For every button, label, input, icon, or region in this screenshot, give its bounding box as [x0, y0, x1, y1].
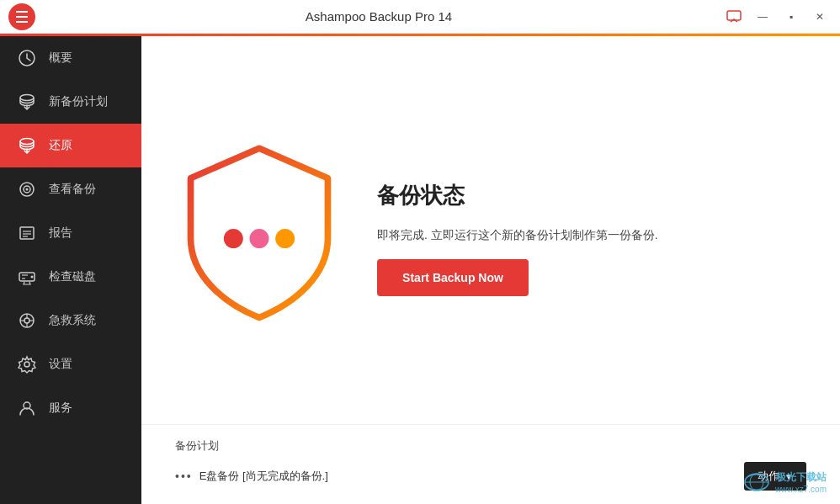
watermark-site: 极光下载站 www.xz7.com [775, 470, 827, 494]
sidebar-item-restore[interactable]: 还原 [0, 124, 141, 167]
sidebar-item-new-backup-label: 新备份计划 [49, 94, 108, 109]
sidebar-item-overview[interactable]: 概要 [0, 36, 141, 80]
backup-plan-section: 备份计划 ••• E盘备份 [尚无完成的备份.] 动作 ▼ [141, 424, 840, 504]
backup-plan-item: ••• E盘备份 [尚无完成的备份.] 动作 ▼ [175, 462, 806, 491]
view-backup-icon [17, 179, 37, 199]
svg-point-25 [275, 229, 295, 248]
title-bar: Ashampoo Backup Pro 14 — ▪ ✕ [0, 0, 840, 34]
svg-point-2 [20, 95, 34, 101]
sidebar-item-check-disk[interactable]: 检查磁盘 [0, 255, 141, 299]
minimize-button[interactable]: — [751, 8, 774, 26]
sidebar-item-overview-label: 概要 [49, 50, 72, 66]
sidebar-item-new-backup[interactable]: 新备份计划 [0, 80, 141, 124]
main-layout: 概要 新备份计划 还原 [0, 36, 840, 504]
svg-point-12 [31, 276, 34, 279]
start-backup-button[interactable]: Start Backup Now [377, 259, 529, 296]
svg-point-6 [26, 188, 29, 191]
maximize-button[interactable]: ▪ [779, 8, 803, 26]
watermark-url: www.xz7.com [775, 485, 827, 494]
sidebar-item-report-label: 报告 [49, 225, 72, 241]
backup-item-label: E盘备份 [尚无完成的备份.] [199, 469, 328, 484]
sidebar-item-view-backup[interactable]: 查看备份 [0, 167, 141, 211]
restore-icon [17, 135, 37, 156]
settings-icon [17, 354, 37, 374]
backup-plan-name: ••• E盘备份 [尚无完成的备份.] [175, 469, 328, 484]
hamburger-menu-icon[interactable] [8, 3, 35, 30]
check-disk-icon [17, 267, 37, 287]
svg-rect-7 [20, 227, 34, 239]
status-description: 即将完成. 立即运行这个新的备份计划制作第一份备份. [377, 225, 806, 244]
backup-item-dots-icon[interactable]: ••• [175, 470, 193, 483]
watermark-label: 极光下载站 [776, 470, 827, 485]
status-title: 备份状态 [377, 181, 806, 210]
shield-area [141, 117, 377, 344]
backup-plan-section-title: 备份计划 [175, 438, 806, 454]
status-area: 备份状态 即将完成. 立即运行这个新的备份计划制作第一份备份. Start Ba… [377, 164, 806, 296]
sidebar-item-settings-label: 设置 [49, 357, 72, 372]
sidebar-item-rescue-system[interactable]: 急救系统 [0, 299, 141, 342]
rescue-system-icon [17, 310, 37, 331]
svg-point-24 [250, 229, 269, 248]
shield-illustration [167, 134, 352, 327]
sidebar-item-restore-label: 还原 [49, 138, 72, 153]
sidebar-item-rescue-system-label: 急救系统 [49, 313, 96, 328]
window-controls: — ▪ ✕ [722, 8, 832, 26]
svg-point-16 [24, 318, 29, 323]
notification-icon[interactable] [722, 8, 746, 26]
app-title: Ashampoo Backup Pro 14 [35, 9, 722, 24]
svg-point-23 [224, 229, 243, 248]
new-backup-icon [17, 92, 37, 112]
sidebar-item-check-disk-label: 检查磁盘 [49, 269, 96, 284]
sidebar-item-view-backup-label: 查看备份 [49, 182, 96, 197]
top-section: 备份状态 即将完成. 立即运行这个新的备份计划制作第一份备份. Start Ba… [141, 36, 840, 424]
service-icon [17, 398, 37, 418]
svg-point-21 [24, 362, 29, 367]
sidebar-item-settings[interactable]: 设置 [0, 342, 141, 386]
overview-icon [17, 48, 37, 68]
sidebar: 概要 新备份计划 还原 [0, 36, 141, 504]
content-area: 备份状态 即将完成. 立即运行这个新的备份计划制作第一份备份. Start Ba… [141, 36, 840, 504]
sidebar-item-report[interactable]: 报告 [0, 211, 141, 255]
close-button[interactable]: ✕ [808, 8, 832, 26]
watermark-logo-icon [743, 470, 770, 494]
svg-point-3 [20, 139, 34, 145]
report-icon [17, 223, 37, 243]
title-bar-left [8, 3, 35, 30]
sidebar-item-service[interactable]: 服务 [0, 386, 141, 430]
sidebar-item-service-label: 服务 [49, 401, 72, 416]
watermark: 极光下载站 www.xz7.com [743, 470, 827, 494]
